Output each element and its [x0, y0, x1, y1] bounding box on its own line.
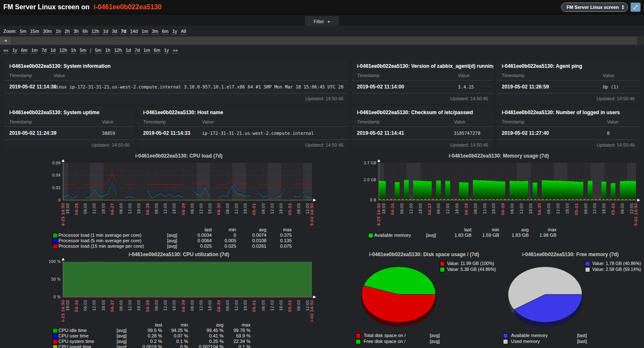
nav-back-6m[interactable]: 6m — [21, 48, 27, 54]
legend-series-name: Total disk space on / — [364, 332, 427, 338]
nav-forward-7d[interactable]: 7d — [135, 48, 140, 54]
svg-text:06:00: 06:00 — [190, 300, 194, 311]
cell-timestamp: 2019-05-02 11:14:33 — [143, 130, 202, 136]
chart-title: i-0461ee0b022ea5130: CPU utilization (7d… — [40, 252, 318, 257]
time-scrollbar[interactable]: ◄ — [0, 36, 644, 45]
cell-value: 38859 — [102, 131, 130, 136]
pie-name-legend-item: Free disk space on /[avg] — [356, 338, 497, 344]
svg-text:06:00: 06:00 — [261, 203, 266, 214]
nav-back-1m[interactable]: 1m — [31, 48, 37, 54]
panel-zabbix-agent-version: i-0461ee0b022ea5130: Version of zabbix_a… — [352, 60, 493, 103]
svg-text:05-01: 05-01 — [252, 203, 256, 215]
zoom-link-3h[interactable]: 3h — [74, 29, 79, 35]
nav-fast-back[interactable]: «« — [3, 48, 8, 54]
nav-back-7d[interactable]: 7d — [41, 48, 46, 54]
svg-text:06:00: 06:00 — [83, 203, 88, 214]
collapse-up-triangle-icon: ▲ — [327, 20, 330, 23]
cell-value: 3185747278 — [454, 131, 488, 136]
host-link[interactable]: i-0461ee0b022ea5130 — [93, 3, 162, 11]
filter-tab[interactable]: Filter ▲ — [305, 16, 339, 26]
cpu-utilization-chart-canvas[interactable]: 0 %50 %100 %04-25 14:5018:0004-2606:0012… — [40, 258, 318, 321]
zoom-link-6m[interactable]: 6m — [162, 29, 168, 35]
zoom-link-all[interactable]: All — [181, 29, 186, 35]
nav-forward-12h[interactable]: 12h — [114, 48, 122, 54]
zoom-link-2h[interactable]: 2h — [65, 29, 70, 35]
zoom-link-5m[interactable]: 5m — [20, 29, 26, 35]
legend-color-swatch — [585, 261, 590, 266]
zoom-link-14d[interactable]: 14d — [130, 29, 138, 35]
cpu-utilization-graph: i-0461ee0b022ea5130: CPU utilization (7d… — [40, 252, 318, 348]
svg-text:18:00: 18:00 — [492, 203, 496, 214]
legend-color-swatch — [585, 267, 590, 272]
legend-stat-value: 0.2 % — [132, 339, 162, 344]
table-row: 2019-05-02 11:27:40 0 — [497, 127, 640, 140]
svg-text:04-26: 04-26 — [75, 300, 79, 312]
cell-timestamp: 2019-05-02 11:14:00 — [357, 84, 458, 90]
nav-back-12h[interactable]: 12h — [59, 48, 67, 54]
legend-series-name: CPU idle time — [59, 328, 113, 333]
nav-forward-1d[interactable]: 1d — [126, 48, 131, 54]
panel-column-headers: Timestamp Value — [4, 119, 135, 127]
legend-color-swatch — [53, 334, 58, 339]
legend-stat-value: 0.075 — [266, 244, 292, 249]
scrollbar-right-cap — [637, 37, 644, 45]
zoom-link-6h[interactable]: 6h — [82, 29, 88, 35]
nav-forward-1m[interactable]: 1m — [144, 48, 150, 54]
fullscreen-button[interactable] — [631, 3, 641, 12]
column-timestamp: Timestamp — [9, 73, 53, 78]
scrollbar-left-handle[interactable]: ◄ — [0, 37, 11, 45]
zoom-link-3m[interactable]: 3m — [152, 29, 158, 35]
legend-series-name: CPU user time — [59, 333, 113, 339]
svg-text:50 %: 50 % — [51, 277, 61, 281]
svg-text:12:00: 12:00 — [199, 300, 203, 311]
nav-back-1d[interactable]: 1d — [51, 48, 56, 54]
svg-text:06:00: 06:00 — [297, 203, 301, 214]
zoom-link-1y[interactable]: 1y — [172, 29, 177, 35]
screen-select-dropdown[interactable]: FM Server Linux screen — [561, 3, 628, 12]
svg-text:12:00: 12:00 — [163, 300, 168, 311]
info-panel-row-1: i-0461ee0b022ea5130: System information … — [4, 60, 640, 103]
zoom-link-3d[interactable]: 3d — [112, 29, 117, 35]
nav-back-1h[interactable]: 1h — [71, 48, 76, 54]
nav-back-5m[interactable]: 5m — [80, 48, 86, 54]
nav-forward-6m[interactable]: 6m — [154, 48, 160, 54]
svg-text:05-01: 05-01 — [252, 300, 256, 312]
zoom-link-1d[interactable]: 1d — [103, 29, 108, 35]
svg-text:0.04: 0.04 — [52, 173, 61, 177]
scrollbar-track[interactable] — [11, 37, 637, 45]
pie-value-legend-item: Value: 5.38 GB (44.86%) — [440, 266, 496, 272]
svg-text:06:00: 06:00 — [547, 203, 551, 214]
zoom-link-1h[interactable]: 1h — [56, 29, 61, 35]
zoom-link-12h[interactable]: 12h — [91, 29, 99, 35]
nav-forward-1y[interactable]: 1y — [164, 48, 169, 54]
memory-chart-canvas[interactable]: 0 B2.0 GB3.7 GB04-25 14:5018:0004-2606:0… — [356, 160, 642, 226]
pie-name-legend-item: Available memory[last] — [503, 332, 642, 338]
cpu-load-chart-canvas[interactable]: 00.020.040.0604-25 14:5018:0004-2606:001… — [40, 160, 318, 226]
legend-color-swatch — [503, 333, 508, 338]
svg-text:12:00: 12:00 — [409, 203, 413, 214]
nav-back-1y[interactable]: 1y — [12, 48, 17, 54]
svg-text:18:00: 18:00 — [66, 300, 70, 311]
time-nav-row: ««1y6m1m7d1d12h1h5m|5m1h12h1d7d1m6m1y»» — [0, 45, 644, 55]
legend-column-last: last — [182, 227, 212, 233]
cell-timestamp: 2019-05-02 11:27:40 — [502, 130, 607, 136]
nav-fast-forward[interactable]: »» — [173, 48, 178, 54]
panel-title: i-0461ee0b022ea5130: System uptime — [4, 107, 135, 119]
zoom-link-30m[interactable]: 30m — [43, 29, 52, 35]
zoom-link-1m[interactable]: 1m — [141, 29, 148, 35]
chart-memory-svg: 0 B2.0 GB3.7 GB04-25 14:5018:0004-2606:0… — [356, 160, 642, 226]
pie-value-legend-item: Value: 11.99 GB (100%) — [440, 260, 496, 266]
zoom-link-7d[interactable]: 7d — [121, 29, 126, 35]
legend-stat-value: 0.0108 — [236, 238, 266, 244]
svg-text:04-25 14:50: 04-25 14:50 — [377, 203, 381, 226]
nav-forward-5m[interactable]: 5m — [95, 48, 101, 54]
panel-logged-in-users: i-0461ee0b022ea5130: Number of logged in… — [497, 107, 640, 150]
nav-forward-1h[interactable]: 1h — [105, 48, 110, 54]
svg-text:06:00: 06:00 — [261, 300, 266, 311]
pie-value-legend-item: Value: 2.58 GB (59.14%) — [585, 266, 641, 272]
legend-color-swatch — [53, 244, 58, 249]
svg-text:18:00: 18:00 — [101, 203, 106, 214]
zoom-link-15m[interactable]: 15m — [30, 29, 39, 35]
column-value: Value — [102, 119, 130, 124]
screen-content: i-0461ee0b022ea5130: System information … — [0, 55, 644, 348]
